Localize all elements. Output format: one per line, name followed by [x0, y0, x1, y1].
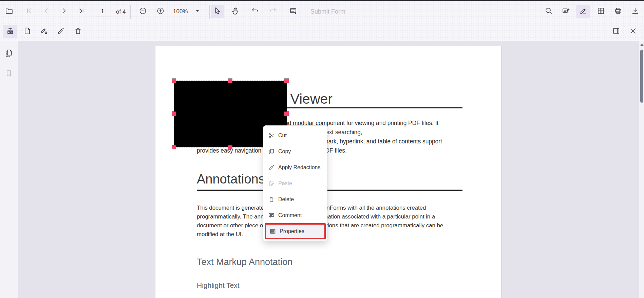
text-markup-subheading: Text Markup Annotation — [197, 257, 292, 267]
page-number-input[interactable] — [94, 6, 111, 17]
next-page-button[interactable] — [57, 5, 71, 18]
form-designer-button[interactable] — [594, 5, 608, 18]
undo-button[interactable] — [248, 5, 262, 18]
panel-toggle-button[interactable] — [609, 25, 623, 38]
context-menu: Cut Copy Apply Redactions Paste Delete C… — [263, 125, 327, 241]
zoom-in-button[interactable] — [154, 5, 167, 18]
resize-handle-bottom-left[interactable] — [172, 145, 176, 149]
context-menu-item-comment[interactable]: Comment — [263, 207, 327, 223]
cursor-arrow-icon — [213, 7, 222, 16]
submit-form-button[interactable]: Submit Form — [310, 6, 345, 17]
pencil-icon — [268, 164, 275, 171]
properties-list-icon — [269, 228, 277, 235]
next-page-icon — [60, 7, 68, 16]
download-icon — [631, 7, 639, 16]
open-folder-icon — [5, 7, 13, 16]
first-page-button[interactable] — [22, 5, 36, 18]
comment-panel-button[interactable] — [286, 5, 300, 18]
highlight-text-label: Highlight Text — [197, 281, 240, 290]
mark-redaction-button[interactable] — [3, 25, 17, 38]
trash-icon — [268, 196, 275, 203]
download-button[interactable] — [628, 5, 642, 18]
resize-handle-top-left[interactable] — [172, 78, 176, 83]
zoom-out-button[interactable] — [136, 5, 150, 18]
context-menu-label: Properties — [280, 228, 304, 234]
page-thumbnails-icon — [4, 49, 13, 59]
comment-icon — [289, 7, 297, 16]
speech-bubble-icon — [268, 212, 275, 219]
copy-icon — [268, 148, 275, 155]
close-toolbar-button[interactable] — [626, 25, 640, 38]
trash-icon — [74, 27, 82, 36]
pen-gear-icon — [40, 27, 48, 36]
side-panel-icon — [612, 27, 620, 36]
context-menu-label: Comment — [278, 212, 302, 218]
open-file-button[interactable] — [2, 5, 16, 18]
bookmark-icon — [5, 69, 13, 79]
first-page-icon — [25, 7, 33, 16]
search-icon — [545, 7, 553, 16]
print-button[interactable] — [611, 5, 625, 18]
annotation-button[interactable] — [559, 5, 573, 18]
undo-icon — [251, 7, 259, 16]
redo-button[interactable] — [266, 5, 280, 18]
zoom-level-value: 100% — [173, 8, 188, 15]
redaction-settings-button[interactable] — [37, 25, 51, 38]
redact-pages-button[interactable] — [20, 25, 34, 38]
context-menu-item-properties[interactable]: Properties — [265, 223, 326, 239]
zoom-in-icon — [156, 7, 165, 16]
vertical-scrollbar-thumb[interactable] — [640, 50, 643, 103]
zoom-level-dropdown[interactable]: 100% — [173, 6, 207, 17]
redaction-tool-button[interactable] — [576, 5, 590, 18]
redo-icon — [269, 7, 277, 16]
context-menu-item-cut[interactable]: Cut — [263, 127, 327, 143]
resize-handle-mid-right[interactable] — [284, 111, 289, 116]
annotations-heading: Annotations — [197, 172, 265, 187]
resize-handle-top-center[interactable] — [228, 78, 232, 83]
context-menu-item-paste[interactable]: Paste — [263, 175, 327, 191]
text-select-tool-button[interactable] — [211, 5, 224, 18]
last-page-icon — [78, 7, 85, 16]
resize-handle-bottom-center[interactable] — [228, 145, 232, 149]
pan-tool-button[interactable] — [228, 5, 242, 18]
previous-page-button[interactable] — [40, 5, 53, 18]
grid-icon — [597, 7, 605, 16]
print-icon — [614, 7, 622, 16]
clipboard-icon — [268, 180, 275, 187]
left-sidebar — [0, 41, 18, 298]
scissors-icon — [268, 132, 275, 139]
apply-redaction-button[interactable] — [54, 25, 68, 38]
context-menu-label: Apply Redactions — [278, 164, 321, 171]
resize-handle-top-right[interactable] — [284, 78, 289, 83]
scrollbar-up-arrow[interactable] — [640, 43, 644, 46]
context-menu-item-copy[interactable]: Copy — [263, 143, 327, 159]
main-toolbar: of 4 100% Su — [0, 1, 644, 22]
redaction-toolbar — [0, 22, 644, 41]
submit-form-label: Submit Form — [310, 8, 345, 15]
thumbnails-panel-button[interactable] — [2, 47, 16, 61]
zoom-out-icon — [139, 7, 147, 16]
search-button[interactable] — [542, 5, 555, 18]
resize-handle-mid-left[interactable] — [172, 111, 176, 116]
annotations-underline — [197, 190, 462, 191]
context-menu-label: Copy — [278, 148, 291, 155]
mark-redaction-icon — [6, 27, 14, 36]
context-menu-label: Delete — [278, 196, 294, 203]
delete-redaction-button[interactable] — [71, 25, 85, 38]
page-count-label: of 4 — [116, 8, 126, 15]
apply-pen-icon — [57, 27, 65, 36]
hand-icon — [231, 7, 239, 16]
previous-page-icon — [43, 7, 50, 16]
bookmarks-panel-button[interactable] — [2, 67, 16, 81]
redaction-pen-icon — [579, 7, 587, 16]
close-icon — [629, 27, 637, 36]
last-page-button[interactable] — [75, 5, 88, 18]
context-menu-label: Cut — [278, 133, 287, 139]
chevron-down-icon — [195, 8, 200, 15]
context-menu-item-apply-redactions[interactable]: Apply Redactions — [263, 159, 327, 175]
context-menu-label: Paste — [278, 180, 292, 187]
context-menu-item-delete[interactable]: Delete — [263, 191, 327, 207]
pdf-viewer-app: of 4 100% Su — [0, 0, 644, 298]
annotation-edit-icon — [562, 7, 570, 16]
para2-line4: modified at the UI. — [197, 231, 243, 238]
